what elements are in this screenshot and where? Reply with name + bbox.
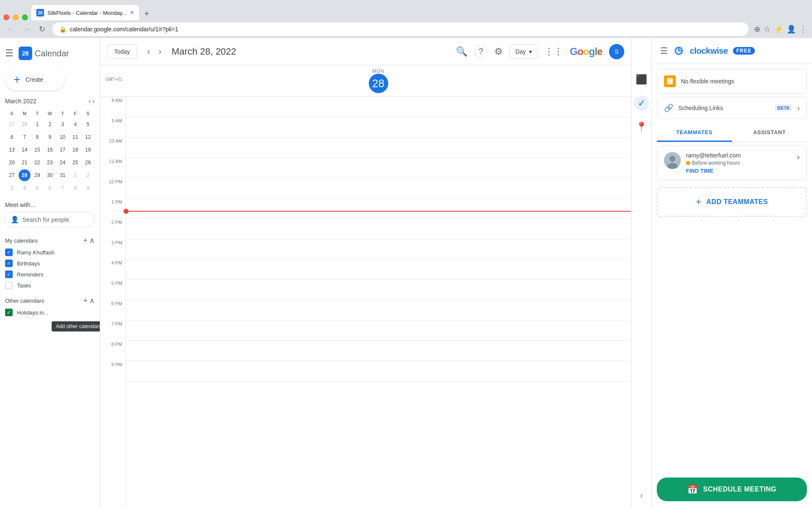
close-dot[interactable] bbox=[3, 14, 9, 20]
mini-cal-day[interactable]: 10 bbox=[57, 131, 69, 143]
mini-cal-day[interactable]: 22 bbox=[31, 157, 43, 168]
reload-button[interactable]: ↻ bbox=[37, 23, 47, 36]
mini-cal-day[interactable]: 28 bbox=[19, 119, 30, 130]
forward-button[interactable]: → bbox=[21, 23, 32, 36]
mini-cal-day[interactable]: 12 bbox=[82, 131, 94, 143]
profile-icon[interactable]: 👤 bbox=[787, 25, 796, 34]
mini-cal-day[interactable]: 31 bbox=[57, 169, 69, 181]
mini-cal-day[interactable]: 26 bbox=[82, 157, 94, 168]
calendar-birthdays[interactable]: ✓ Birthdays bbox=[5, 258, 95, 269]
help-button[interactable]: ? bbox=[474, 45, 488, 58]
mini-cal-day[interactable]: 1 bbox=[31, 119, 43, 130]
mini-cal-day[interactable]: 23 bbox=[44, 157, 56, 168]
hamburger-icon[interactable]: ☰ bbox=[5, 48, 14, 59]
mini-cal-day[interactable]: 28 bbox=[19, 169, 30, 181]
more-icon[interactable]: ⋮ bbox=[799, 25, 807, 34]
mini-cal-day[interactable]: 9 bbox=[82, 182, 94, 194]
clockwise-hamburger-icon[interactable]: ☰ bbox=[660, 46, 668, 56]
prev-period-button[interactable]: ‹ bbox=[144, 45, 154, 58]
mini-cal-day[interactable]: 11 bbox=[69, 131, 81, 143]
expand-right-icon[interactable]: › bbox=[634, 488, 649, 503]
calendar-reminders[interactable]: ✓ Reminders bbox=[5, 269, 95, 280]
next-period-button[interactable]: › bbox=[155, 45, 165, 58]
teammates-icon[interactable]: ✓ bbox=[634, 96, 649, 111]
mini-cal-day[interactable]: 14 bbox=[19, 144, 30, 156]
view-selector[interactable]: Day ▾ bbox=[510, 44, 538, 59]
flexible-meetings-icon[interactable]: ⬛ bbox=[634, 72, 649, 87]
mini-cal-day[interactable]: 5 bbox=[31, 182, 43, 194]
apps-button[interactable]: ⋮⋮ bbox=[544, 46, 563, 57]
new-tab-button[interactable]: + bbox=[143, 7, 151, 20]
mini-cal-day[interactable]: 30 bbox=[44, 169, 56, 181]
assistant-tab[interactable]: ASSISTANT bbox=[732, 124, 807, 142]
mini-cal-day[interactable]: 5 bbox=[82, 119, 94, 130]
teammate-card[interactable]: ramy@letterfuel.com Before working hours… bbox=[657, 146, 807, 180]
mini-cal-day[interactable]: 3 bbox=[6, 182, 18, 194]
maximize-dot[interactable] bbox=[22, 14, 28, 20]
minimize-dot[interactable] bbox=[13, 14, 19, 20]
mini-cal-day[interactable]: 8 bbox=[69, 182, 81, 194]
calendar-tasks[interactable]: Tasks bbox=[5, 280, 95, 291]
meet-with-section: Meet with... 👤 Search for people bbox=[5, 202, 95, 227]
other-calendars-header[interactable]: Other calendars + ∧ bbox=[5, 294, 95, 307]
mini-cal-day[interactable]: 18 bbox=[69, 144, 81, 156]
back-button[interactable]: ← bbox=[5, 23, 16, 36]
mini-cal-day[interactable]: 9 bbox=[44, 131, 56, 143]
settings-button[interactable]: ⚙ bbox=[494, 46, 503, 57]
teammates-tab[interactable]: TEAMMATES bbox=[657, 124, 732, 142]
schedule-meeting-button[interactable]: 📅 SCHEDULE MEETING bbox=[657, 478, 807, 501]
my-calendars-header[interactable]: My calendars + ∧ bbox=[5, 234, 95, 247]
mini-cal-day[interactable]: 2 bbox=[82, 169, 94, 181]
mini-cal-day[interactable]: 25 bbox=[69, 157, 81, 168]
calendar-ramy[interactable]: ✓ Ramy Khuffash bbox=[5, 247, 95, 258]
tab-close-button[interactable]: × bbox=[130, 9, 134, 17]
mini-cal-day[interactable]: 8 bbox=[31, 131, 43, 143]
address-bar[interactable]: 🔒 calendar.google.com/calendar/u/1/r?pli… bbox=[52, 22, 749, 36]
today-button[interactable]: Today bbox=[107, 44, 137, 59]
mini-cal-day[interactable]: 6 bbox=[6, 131, 18, 143]
search-button[interactable]: 🔍 bbox=[456, 46, 467, 57]
mini-cal-day[interactable]: 3 bbox=[57, 119, 69, 130]
other-calendars-add-icon[interactable]: + bbox=[83, 296, 88, 305]
mini-cal-day[interactable]: 1 bbox=[69, 169, 81, 181]
mini-cal-next[interactable]: › bbox=[93, 97, 95, 105]
mini-cal-day[interactable]: 16 bbox=[44, 144, 56, 156]
mini-cal-day[interactable]: 2 bbox=[44, 119, 56, 130]
mini-cal-prev[interactable]: ‹ bbox=[88, 97, 91, 105]
day-column[interactable] bbox=[126, 97, 631, 508]
mini-cal-day[interactable]: 20 bbox=[6, 157, 18, 168]
maps-icon[interactable]: 📍 bbox=[634, 119, 649, 135]
mini-cal-day[interactable]: 4 bbox=[19, 182, 30, 194]
mini-cal-day[interactable]: 4 bbox=[69, 119, 81, 130]
calendar-holidays[interactable]: ✓ Holidays in... bbox=[5, 307, 95, 318]
mini-cal-day[interactable]: 24 bbox=[57, 157, 69, 168]
mini-cal-day[interactable]: 17 bbox=[57, 144, 69, 156]
chrome-extension-icon[interactable]: ⊕ bbox=[754, 25, 760, 34]
mini-cal-day[interactable]: 21 bbox=[19, 157, 30, 168]
mini-cal-day[interactable]: 15 bbox=[31, 144, 43, 156]
add-teammates-button[interactable]: + ADD TEAMMATES bbox=[657, 187, 807, 217]
current-time-line bbox=[129, 211, 631, 212]
mini-cal-day[interactable]: 27 bbox=[6, 169, 18, 181]
mini-cal-day[interactable]: 6 bbox=[44, 182, 56, 194]
my-calendars-collapse-icon[interactable]: ∧ bbox=[89, 236, 95, 245]
flexible-meetings-card[interactable]: No flexible meetings bbox=[657, 69, 807, 94]
bookmark-icon[interactable]: ☆ bbox=[764, 25, 771, 34]
browser-tab[interactable]: 28 SilkPixels - Calendar - Monday... × bbox=[31, 5, 139, 20]
mini-cal-day[interactable]: 7 bbox=[57, 182, 69, 194]
search-people-input[interactable]: 👤 Search for people bbox=[5, 212, 95, 227]
mini-cal-day[interactable]: 7 bbox=[19, 131, 30, 143]
mini-cal-day[interactable]: 13 bbox=[6, 144, 18, 156]
my-calendars-add-icon[interactable]: + bbox=[83, 236, 88, 245]
create-button[interactable]: + Create bbox=[5, 69, 64, 91]
extension-icon2[interactable]: ⚡ bbox=[774, 25, 783, 34]
user-avatar[interactable]: S bbox=[609, 44, 624, 59]
mini-cal-day[interactable]: 19 bbox=[82, 144, 94, 156]
mini-cal-day[interactable]: 27 bbox=[6, 119, 18, 130]
find-time-link[interactable]: FIND TIME bbox=[686, 168, 792, 174]
scheduling-links-card[interactable]: 🔗 Scheduling Links BETA › bbox=[657, 97, 807, 119]
mini-cal-day[interactable]: 29 bbox=[31, 169, 43, 181]
time-slot: 10 AM bbox=[100, 138, 126, 158]
other-calendars-collapse-icon[interactable]: ∧ bbox=[89, 296, 95, 305]
google-logo[interactable]: Google bbox=[570, 46, 602, 58]
